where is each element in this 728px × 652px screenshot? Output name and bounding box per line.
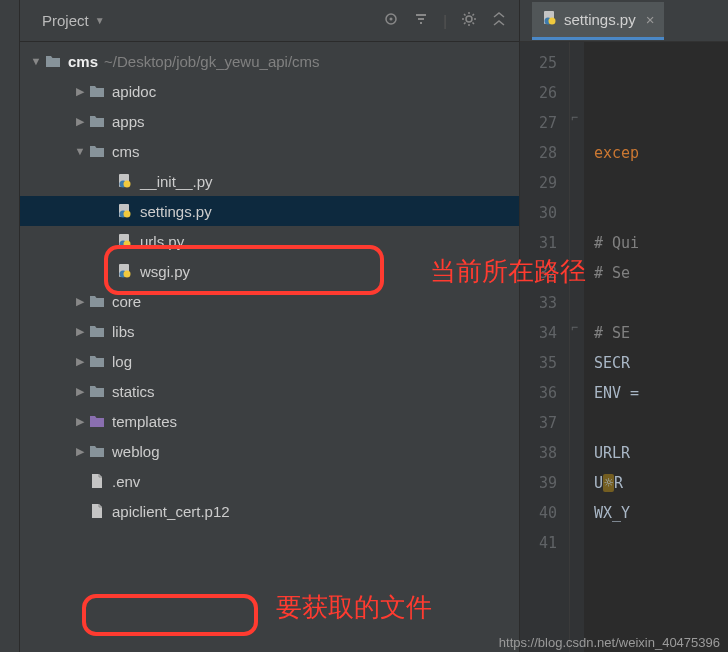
chevron-icon[interactable]: ▶ (72, 325, 88, 338)
code-line[interactable] (594, 168, 728, 198)
tree-item[interactable]: ▶apidoc (20, 76, 519, 106)
line-number: 38 (520, 438, 557, 468)
watermark: https://blog.csdn.net/weixin_40475396 (499, 635, 720, 650)
chevron-icon[interactable]: ▼ (72, 145, 88, 157)
folder-icon (88, 413, 106, 429)
node-label: apiclient_cert.p12 (112, 503, 230, 520)
close-icon[interactable]: × (646, 11, 655, 28)
code-line[interactable]: excep (594, 138, 728, 168)
tree-item[interactable]: ▶weblog (20, 436, 519, 466)
filter-icon[interactable] (413, 11, 429, 30)
code-area[interactable]: excep# Qui# Se# SESECRENV =URLRU☼RWX_Y (584, 42, 728, 652)
node-label: urls.py (140, 233, 184, 250)
tree-item[interactable]: ▶templates (20, 406, 519, 436)
python-file-icon (542, 10, 558, 29)
line-number: 26 (520, 78, 557, 108)
svg-point-21 (124, 271, 131, 278)
chevron-down-icon[interactable]: ▼ (28, 55, 44, 67)
code-line[interactable]: U☼R (594, 468, 728, 498)
line-number: 40 (520, 498, 557, 528)
python-file-icon (116, 173, 134, 189)
node-label: wsgi.py (140, 263, 190, 280)
tree-item[interactable]: apiclient_cert.p12 (20, 496, 519, 526)
node-label: apps (112, 113, 145, 130)
code-line[interactable] (594, 528, 728, 558)
editor-body[interactable]: 2526272829303132333435363738394041 ⌐ ⌐ e… (520, 42, 728, 652)
folder-icon (88, 293, 106, 309)
folder-icon (88, 113, 106, 129)
node-label: statics (112, 383, 155, 400)
tree-item[interactable]: ▶core (20, 286, 519, 316)
node-label: libs (112, 323, 135, 340)
code-line[interactable]: # SE (594, 318, 728, 348)
code-line[interactable]: ENV = (594, 378, 728, 408)
code-line[interactable] (594, 108, 728, 138)
editor-tab-settings[interactable]: settings.py × (532, 2, 664, 40)
python-file-icon (116, 233, 134, 249)
project-panel-header: Project ▼ | (20, 0, 519, 42)
chevron-icon[interactable]: ▶ (72, 115, 88, 128)
python-file-icon (116, 263, 134, 279)
line-number: 33 (520, 288, 557, 318)
tree-item[interactable]: ▶libs (20, 316, 519, 346)
file-icon (88, 473, 106, 489)
line-number: 30 (520, 198, 557, 228)
chevron-icon[interactable]: ▶ (72, 445, 88, 458)
code-line[interactable] (594, 78, 728, 108)
tree-item[interactable]: ▶statics (20, 376, 519, 406)
chevron-down-icon[interactable]: ▼ (95, 15, 105, 26)
folder-icon (88, 143, 106, 159)
line-number: 39 (520, 468, 557, 498)
tree-item[interactable]: settings.py (20, 196, 519, 226)
code-line[interactable]: # Qui (594, 228, 728, 258)
svg-point-5 (390, 18, 393, 21)
code-line[interactable]: URLR (594, 438, 728, 468)
chevron-icon[interactable]: ▶ (72, 415, 88, 428)
folder-icon (88, 383, 106, 399)
editor-tab-label: settings.py (564, 11, 636, 28)
code-line[interactable] (594, 198, 728, 228)
tree-item[interactable]: ▶log (20, 346, 519, 376)
node-label: settings.py (140, 203, 212, 220)
chevron-icon[interactable]: ▶ (72, 85, 88, 98)
tree-item[interactable]: ▶apps (20, 106, 519, 136)
code-line[interactable]: WX_Y (594, 498, 728, 528)
line-number: 25 (520, 48, 557, 78)
line-number: 37 (520, 408, 557, 438)
svg-point-12 (124, 181, 131, 188)
tree-item[interactable]: wsgi.py (20, 256, 519, 286)
node-path: ~/Desktop/job/gk_yewu_api/cms (104, 53, 320, 70)
node-label: .env (112, 473, 140, 490)
tree-item[interactable]: .env (20, 466, 519, 496)
line-number: 34 (520, 318, 557, 348)
chevron-icon[interactable]: ▶ (72, 385, 88, 398)
file-icon (88, 503, 106, 519)
code-line[interactable] (594, 288, 728, 318)
gear-icon[interactable] (461, 11, 477, 30)
tool-window-bar[interactable] (0, 0, 20, 652)
collapse-icon[interactable] (491, 11, 507, 30)
tree-item[interactable]: __init__.py (20, 166, 519, 196)
project-tree[interactable]: ▼cms~/Desktop/job/gk_yewu_api/cms▶apidoc… (20, 42, 519, 652)
line-number: 28 (520, 138, 557, 168)
node-label: __init__.py (140, 173, 213, 190)
line-number: 32 (520, 258, 557, 288)
editor-tabs: settings.py × (520, 0, 728, 42)
svg-point-18 (124, 241, 131, 248)
tree-root[interactable]: ▼cms~/Desktop/job/gk_yewu_api/cms (20, 46, 519, 76)
fold-end-icon[interactable]: ⌐ (571, 110, 578, 124)
code-line[interactable] (594, 408, 728, 438)
tree-item[interactable]: urls.py (20, 226, 519, 256)
chevron-icon[interactable]: ▶ (72, 295, 88, 308)
svg-point-15 (124, 211, 131, 218)
code-line[interactable]: SECR (594, 348, 728, 378)
line-number: 27 (520, 108, 557, 138)
line-number: 35 (520, 348, 557, 378)
code-line[interactable]: # Se (594, 258, 728, 288)
tree-item[interactable]: ▼cms (20, 136, 519, 166)
svg-point-9 (466, 16, 472, 22)
code-line[interactable] (594, 48, 728, 78)
target-icon[interactable] (383, 11, 399, 30)
chevron-icon[interactable]: ▶ (72, 355, 88, 368)
fold-end-icon[interactable]: ⌐ (571, 320, 578, 334)
